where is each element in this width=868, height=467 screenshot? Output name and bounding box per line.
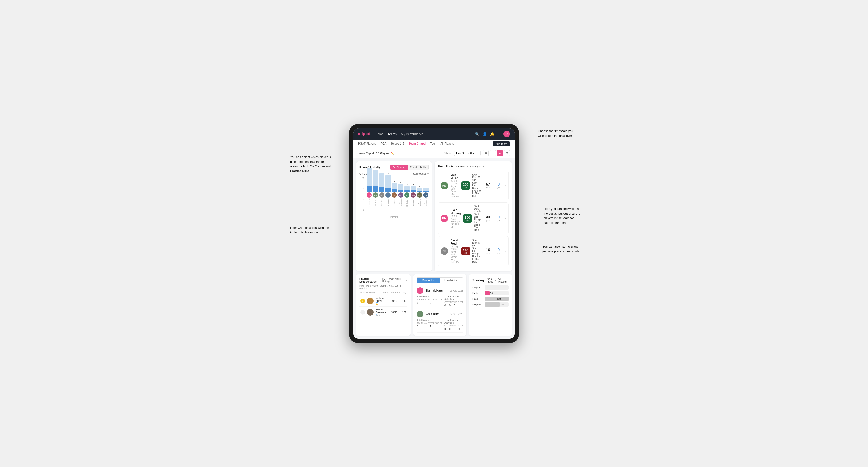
chart-filter[interactable]: Total Rounds ▾: [411, 172, 428, 175]
all-players-chevron: ▾: [483, 165, 484, 168]
shot-chevron-david-ford[interactable]: ›: [504, 249, 506, 253]
shot-avatar-david-ford: DF: [441, 247, 448, 255]
shot-avatar-matt-miller: MM: [441, 182, 448, 189]
shot-zero-matt-miller: 0 yds: [495, 182, 502, 189]
practice-drills-btn[interactable]: Practice Drills: [408, 165, 428, 169]
team-title: Team Clippd | 14 Players ✏️: [358, 152, 394, 155]
practice-leaderboards-card: Practice Leaderboards PUTT Must Make Put…: [356, 274, 411, 336]
add-team-button[interactable]: Add Team: [493, 141, 510, 147]
activity-name-blair: Blair McHarg: [425, 289, 448, 292]
tablet-screen: clippd Home Teams My Performance 🔍 👤 🔔 ⊕…: [353, 128, 515, 339]
bar-j-coles: 9 JC J. Coles: [385, 173, 391, 208]
shot-player-name-blair-mcharg: Blair McHarg: [451, 209, 461, 215]
nav-teams[interactable]: Teams: [388, 132, 397, 136]
team-show: Show: Last 3 months Last 6 months Last 1…: [444, 150, 510, 156]
bar-b-mcharg: 13 BM B. McHarg: [367, 165, 372, 208]
chart-footer: Players: [360, 216, 429, 218]
nav-my-performance[interactable]: My Performance: [401, 132, 423, 136]
activity-player-header-rees: Rees Britt 02 Sep 2023: [417, 311, 463, 317]
scoring-val-bogeys: 313: [500, 303, 504, 306]
nav-home[interactable]: Home: [375, 132, 383, 136]
scoring-filter2[interactable]: All Players ▾: [498, 277, 508, 283]
scoring-bar-fill-eagles: [485, 285, 485, 290]
shot-card-matt-miller[interactable]: MM Matt Miller 09 Jun 2023 · Royal North…: [438, 170, 508, 200]
practice-badge-richard: 🥇 1: [375, 302, 387, 305]
practice-row-edward: 2 Edward Crossman 🥈 2 18/20 107: [360, 307, 407, 318]
scoring-label-eagles: Eagles: [472, 286, 483, 289]
practice-name-edward: Edward Crossman: [375, 308, 387, 314]
bell-icon[interactable]: 🔔: [490, 132, 495, 136]
bar-d-ford: 10 DF D. Ford: [379, 170, 384, 208]
edit-icon[interactable]: ✏️: [391, 152, 394, 155]
subnav-pgat[interactable]: PGAT Players: [358, 139, 376, 148]
player-activity-card: Player Activity On Course Practice Drill…: [356, 161, 432, 271]
scoring-card: Scoring Par 3, 4 & 5s ▾ All Players ▾: [469, 274, 512, 336]
scoring-bar-bogeys: Bogeys 313: [472, 302, 508, 307]
scoring-label-birdies: Birdies: [472, 292, 483, 294]
shot-avatar-blair-mcharg: BM: [441, 215, 448, 222]
shot-card-david-ford[interactable]: DF David Ford 24 Aug 2023 · Royal North …: [438, 236, 508, 266]
shot-details-david-ford: Shot Dist: 16 yds Start Lie: Rough End L…: [472, 239, 481, 263]
annotation-left-top: You can select which player is doing the…: [290, 155, 331, 173]
all-shots-dropdown[interactable]: All Shots ▾: [456, 165, 468, 168]
page-wrapper: Choose the timescale you wish to see the…: [292, 124, 576, 343]
shot-zero-david-ford: 0 yds: [495, 248, 502, 254]
shot-details-matt-miller: Shot Dist: 67 yds Start Lie: Rough End L…: [472, 174, 481, 198]
shot-chevron-blair-mcharg[interactable]: ›: [504, 216, 506, 221]
plus-circle-icon[interactable]: ⊕: [497, 132, 500, 136]
shot-player-info-matt-miller: Matt Miller 09 Jun 2023 · Royal North De…: [451, 173, 459, 198]
on-course-btn[interactable]: On Course: [390, 165, 408, 169]
activity-toggle-btns: Most Active Least Active: [417, 277, 463, 283]
scoring-bar-fill-bogeys: [485, 302, 500, 307]
activity-avatar-rees: [417, 311, 423, 317]
scoring-label-bogeys: Bogeys: [472, 303, 483, 306]
avatar[interactable]: U: [503, 131, 510, 137]
scoring-bar-eagles: Eagles 3: [472, 285, 508, 290]
best-shots-title: Best Shots: [438, 165, 454, 168]
nav-icons: 🔍 👤 🔔 ⊕ U: [475, 131, 510, 137]
annotation-left-bottom: Filter what data you wish the table to b…: [290, 225, 329, 235]
practice-dropdown[interactable]: PUTT Must Make Putting ... ▾: [382, 278, 407, 283]
show-label: Show:: [444, 152, 452, 155]
activity-player-header-blair: Blair McHarg 26 Aug 2023: [417, 287, 463, 294]
shot-zero-blair-mcharg: 0 yds: [495, 215, 502, 222]
all-players-label: All Players: [470, 165, 482, 168]
best-shots-card: Best Shots All Shots ▾ All Players ▾ MM: [435, 161, 512, 271]
practice-avatar-richard: [367, 298, 374, 304]
bar-m-miller: 3 MM M. Miller: [411, 183, 416, 208]
subnav-pga[interactable]: PGA: [380, 139, 386, 148]
practice-row-richard: 1 Richard Butler 🥇 1 19/20 110: [360, 295, 407, 307]
show-select[interactable]: Last 3 months Last 6 months Last 12 mont…: [454, 151, 481, 156]
heart-view-btn[interactable]: ♥: [497, 150, 503, 156]
activity-stats-grid-blair: Total Rounds Tournament Practice 7 6: [417, 295, 463, 307]
main-content: Player Activity On Course Practice Drill…: [353, 158, 515, 339]
all-players-dropdown[interactable]: All Players ▾: [470, 165, 484, 168]
shot-yds-david-ford: 16 yds: [483, 248, 493, 254]
scoring-val-pars: 499: [497, 298, 501, 300]
shot-details-blair-mcharg: Shot Dist: 43 yds Start Lie: Rough End L…: [474, 205, 481, 231]
shot-yds-blair-mcharg: 43 yds: [483, 215, 493, 222]
grid-view-btn[interactable]: ⊞: [483, 150, 489, 156]
activity-player-rees: Rees Britt 02 Sep 2023 Total Rounds Tour…: [417, 309, 463, 333]
subnav-team-clippd[interactable]: Team Clippd: [409, 139, 426, 148]
search-icon[interactable]: 🔍: [475, 132, 479, 136]
shot-card-blair-mcharg[interactable]: BM Blair McHarg 23 Jul 2023 · Ashridge G…: [438, 203, 508, 234]
bar-r-butler: 3 RB R. Butler: [404, 183, 410, 208]
practice-avg-edward: 107: [399, 311, 406, 314]
practice-col-headers: PLAYER NAME PB SCORE PB AVG SQ: [360, 291, 407, 294]
scoring-filter1[interactable]: Par 3, 4 & 5s ▾: [486, 277, 496, 283]
most-active-btn[interactable]: Most Active: [417, 278, 440, 283]
scoring-bar-container-birdies: 96: [485, 291, 508, 295]
settings-view-btn[interactable]: ⚙: [504, 150, 510, 156]
subnav-hcaps[interactable]: Hcaps 1-5: [391, 139, 404, 148]
shot-chevron-matt-miller[interactable]: ›: [504, 183, 506, 188]
users-icon[interactable]: 👤: [483, 132, 487, 136]
subnav-tour[interactable]: Tour: [430, 139, 436, 148]
least-active-btn[interactable]: Least Active: [440, 278, 463, 283]
all-shots-chevron: ▾: [467, 165, 468, 168]
activity-date-blair: 26 Aug 2023: [450, 289, 463, 292]
activity-player-blair: Blair McHarg 26 Aug 2023 Total Rounds To…: [417, 285, 463, 309]
subnav-all-players[interactable]: All Players: [440, 139, 454, 148]
practice-badge-edward: 🥈 2: [375, 314, 387, 316]
list-view-btn[interactable]: ☰: [490, 150, 496, 156]
